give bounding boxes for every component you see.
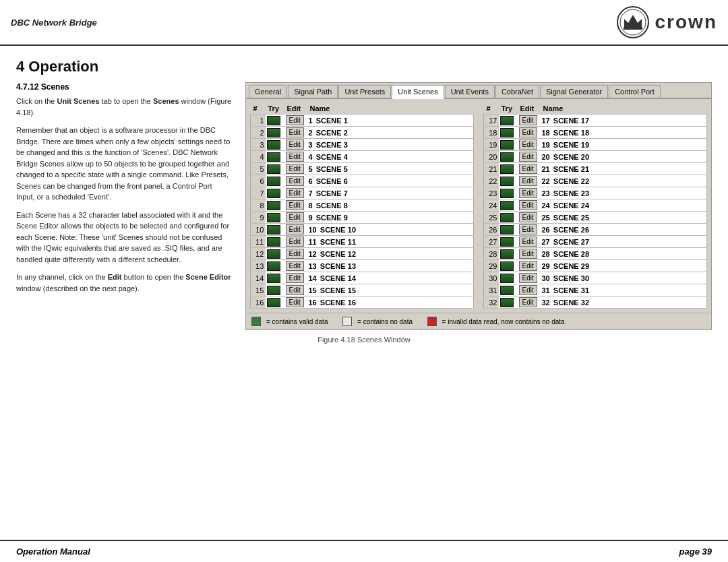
try-button[interactable] [267, 298, 280, 307]
edit-button[interactable]: Edit [519, 212, 537, 222]
edit-button[interactable]: Edit [519, 224, 537, 235]
edit-button[interactable]: Edit [286, 152, 304, 162]
scene-name: SCENE 12 [320, 250, 356, 258]
try-button[interactable] [500, 225, 514, 235]
edit-button[interactable]: Edit [519, 115, 537, 125]
edit-button[interactable]: Edit [519, 200, 537, 210]
edit-button[interactable]: Edit [519, 249, 537, 259]
scene-name-num: 18 [542, 129, 550, 137]
tab-signal-path[interactable]: Signal Path [288, 85, 338, 98]
tab-unit-presets[interactable]: Unit Presets [338, 85, 391, 98]
try-button[interactable] [500, 189, 514, 198]
try-button[interactable] [267, 213, 280, 222]
edit-cell: Edit [518, 260, 541, 272]
edit-button[interactable]: Edit [286, 249, 304, 259]
try-button[interactable] [500, 152, 514, 162]
try-button[interactable] [267, 189, 280, 198]
try-button[interactable] [267, 274, 280, 283]
try-cell [266, 296, 284, 309]
try-button[interactable] [500, 164, 514, 174]
tab-signal-generator[interactable]: Signal Generator [540, 85, 608, 98]
main-content: 4.7.12 Scenes Click on the Unit Scenes t… [0, 82, 728, 330]
scene-name-cell: 5 SCENE 5 [307, 163, 474, 175]
scene-num: 11 [251, 236, 266, 248]
try-button[interactable] [500, 298, 514, 307]
tab-cobranet[interactable]: CobraNet [495, 85, 539, 98]
edit-button[interactable]: Edit [286, 285, 304, 295]
edit-button[interactable]: Edit [286, 297, 304, 307]
table-row: 25 Edit 25 SCENE 25 [484, 212, 707, 224]
edit-button[interactable]: Edit [286, 164, 304, 174]
edit-button[interactable]: Edit [286, 261, 304, 271]
edit-button[interactable]: Edit [286, 188, 304, 198]
table-row: 27 Edit 27 SCENE 27 [484, 236, 707, 248]
edit-button[interactable]: Edit [519, 127, 537, 137]
table-row: 31 Edit 31 SCENE 31 [484, 284, 707, 296]
try-button[interactable] [267, 140, 280, 150]
try-cell [266, 272, 284, 284]
edit-button[interactable]: Edit [286, 127, 304, 137]
tab-unit-events[interactable]: Unit Events [445, 85, 495, 98]
try-button[interactable] [500, 237, 514, 247]
edit-button[interactable]: Edit [519, 188, 537, 198]
try-button[interactable] [267, 225, 280, 235]
edit-button[interactable]: Edit [286, 139, 304, 150]
edit-button[interactable]: Edit [519, 176, 537, 186]
edit-button[interactable]: Edit [519, 164, 537, 174]
col-header-name-left: Name [307, 103, 474, 115]
try-button[interactable] [500, 213, 514, 222]
scene-num: 14 [251, 272, 266, 284]
try-button[interactable] [267, 261, 280, 271]
try-button[interactable] [267, 164, 280, 174]
table-row: 11 Edit 11 SCENE 11 [251, 236, 474, 248]
edit-button[interactable]: Edit [286, 237, 304, 247]
scene-name-cell: 30 SCENE 30 [541, 272, 707, 284]
tab-unit-scenes[interactable]: Unit Scenes [392, 85, 444, 99]
tab-control-port[interactable]: Control Port [609, 85, 661, 98]
try-button[interactable] [500, 201, 514, 210]
edit-button[interactable]: Edit [519, 261, 537, 271]
scene-name-cell: 27 SCENE 27 [541, 236, 707, 248]
try-button[interactable] [500, 286, 514, 295]
edit-button[interactable]: Edit [286, 224, 304, 235]
edit-button[interactable]: Edit [519, 297, 537, 307]
edit-button[interactable]: Edit [286, 200, 304, 210]
edit-button[interactable]: Edit [286, 176, 304, 186]
try-button[interactable] [500, 140, 514, 150]
try-button[interactable] [267, 177, 280, 186]
tab-general[interactable]: General [249, 85, 287, 98]
try-button[interactable] [267, 237, 280, 247]
edit-button[interactable]: Edit [286, 212, 304, 222]
try-button[interactable] [500, 249, 514, 259]
scene-name: SCENE 30 [553, 274, 589, 282]
edit-button[interactable]: Edit [286, 273, 304, 283]
try-button[interactable] [500, 116, 514, 125]
try-button[interactable] [267, 201, 280, 210]
try-button[interactable] [267, 116, 280, 125]
try-button[interactable] [267, 286, 280, 295]
scene-num: 10 [251, 224, 266, 236]
edit-button[interactable]: Edit [519, 273, 537, 283]
try-button[interactable] [267, 249, 280, 259]
scene-num: 16 [251, 296, 266, 309]
try-cell [499, 175, 518, 187]
edit-cell: Edit [284, 248, 307, 260]
try-button[interactable] [267, 152, 280, 162]
edit-button[interactable]: Edit [519, 237, 537, 247]
scene-name-num: 11 [309, 238, 317, 246]
try-button[interactable] [500, 261, 514, 271]
edit-cell: Edit [284, 163, 307, 175]
edit-button[interactable]: Edit [286, 115, 304, 125]
scene-name-cell: 12 SCENE 12 [307, 248, 474, 260]
scene-name-cell: 13 SCENE 13 [307, 260, 474, 272]
try-button[interactable] [500, 128, 514, 137]
edit-cell: Edit [518, 296, 541, 309]
scene-name: SCENE 22 [553, 177, 589, 185]
edit-button[interactable]: Edit [519, 285, 537, 295]
try-button[interactable] [500, 177, 514, 186]
edit-button[interactable]: Edit [519, 139, 537, 150]
try-button[interactable] [500, 274, 514, 283]
try-button[interactable] [267, 128, 280, 137]
edit-cell: Edit [518, 115, 541, 127]
edit-button[interactable]: Edit [519, 152, 537, 162]
